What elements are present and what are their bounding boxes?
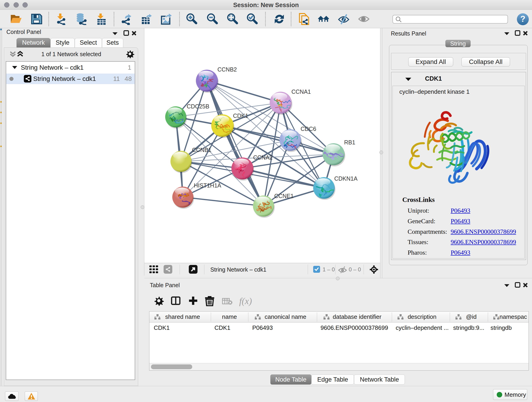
svg-text:RB1: RB1: [344, 139, 355, 146]
svg-text:CDC6: CDC6: [301, 126, 316, 132]
svg-text:CDKN1A: CDKN1A: [334, 175, 358, 182]
svg-text:CCNA1: CCNA1: [291, 89, 311, 95]
svg-text:HIST1H1A: HIST1H1A: [194, 182, 221, 189]
svg-text:CCNE1: CCNE1: [274, 193, 294, 199]
svg-text:CCNA2: CCNA2: [253, 154, 273, 161]
svg-text:CDC25B: CDC25B: [187, 103, 209, 109]
svg-text:CDK1: CDK1: [233, 113, 248, 119]
svg-text:CCNB1: CCNB1: [192, 147, 211, 153]
svg-text:CCNB2: CCNB2: [217, 66, 237, 73]
